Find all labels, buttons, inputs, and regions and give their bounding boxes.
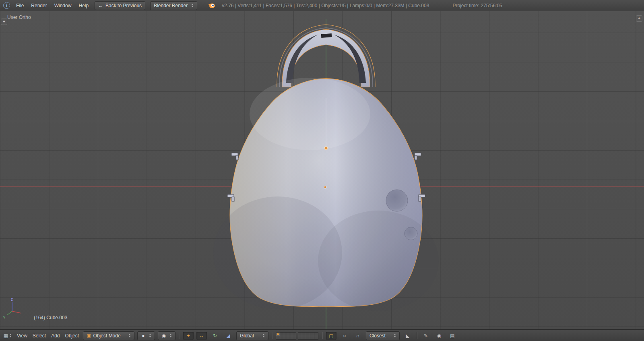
- editor-3d-view-icon: ▦: [4, 333, 8, 339]
- viewport-shading-dropdown[interactable]: ●: [137, 331, 155, 340]
- grease-pencil-button[interactable]: ✎: [421, 332, 431, 340]
- snap-magnet-button[interactable]: ∩: [353, 332, 363, 340]
- mode-dropdown[interactable]: ▣ Object Mode: [83, 331, 134, 340]
- pivot-point-icon: ◉: [161, 333, 165, 339]
- rotate-manipulator-button[interactable]: ↻: [210, 332, 220, 340]
- project-time: Project time: 275:56:05: [452, 3, 502, 8]
- back-to-previous-label: Back to Previous: [105, 3, 142, 8]
- layers-group-2[interactable]: [298, 332, 318, 339]
- chevron-updown-icon: [9, 334, 12, 337]
- mini-axis-gizmo: z y: [3, 297, 21, 319]
- back-arrow-icon: ←: [98, 3, 103, 8]
- opengl-render-anim-button[interactable]: ▤: [447, 332, 458, 340]
- active-object-label: (164) Cube.003: [34, 315, 67, 320]
- manipulator-toggle-button[interactable]: +: [183, 332, 194, 340]
- opengl-render-image-button[interactable]: ◉: [434, 332, 444, 340]
- toolshelf-expand-button[interactable]: +: [1, 19, 7, 25]
- separator: [179, 332, 180, 339]
- shading-sphere-icon: ●: [141, 332, 145, 340]
- editor-type-button[interactable]: ▦: [2, 332, 13, 340]
- back-to-previous-button[interactable]: ← Back to Previous: [95, 1, 145, 10]
- proportional-edit-button[interactable]: ○: [339, 332, 350, 340]
- menu-object[interactable]: Object: [64, 333, 80, 339]
- chevron-updown-icon: [128, 334, 131, 337]
- orientation-value: Global: [240, 333, 254, 339]
- pivot-point-dropdown[interactable]: ◉: [158, 331, 175, 340]
- object-origin-dot: [324, 147, 328, 150]
- layers-group-1[interactable]: [276, 332, 296, 339]
- menu-select[interactable]: Select: [31, 333, 47, 339]
- snap-target-value: Closest: [369, 333, 386, 339]
- viewport-header-bar: ▦ View Select Add Object ▣ Object Mode ●…: [0, 329, 644, 341]
- view-orientation-label: User Ortho: [7, 14, 31, 20]
- layer-cell[interactable]: [292, 336, 296, 340]
- transform-orientation-dropdown[interactable]: Global: [236, 331, 268, 340]
- gizmo-y-label: y: [3, 315, 5, 319]
- separator: [322, 332, 322, 339]
- layer-cell[interactable]: [314, 336, 318, 340]
- blender-window: { "icons": { "info": "i", "back_arrow": …: [0, 0, 644, 341]
- render-engine-dropdown[interactable]: Blender Render: [150, 1, 197, 10]
- menu-add[interactable]: Add: [50, 333, 61, 339]
- menu-file[interactable]: File: [15, 3, 25, 8]
- mode-dropdown-value: Object Mode: [93, 333, 121, 339]
- translate-manipulator-button[interactable]: ↔: [196, 332, 207, 340]
- render-engine-value: Blender Render: [154, 3, 188, 8]
- chevron-updown-icon: [169, 334, 172, 337]
- chevron-updown-icon: [262, 334, 265, 337]
- chevron-updown-icon: [394, 334, 396, 337]
- menu-help[interactable]: Help: [77, 3, 90, 8]
- viewport-3d[interactable]: z y User Ortho (164) Cube.003 + +: [0, 11, 644, 329]
- pivot-dot: [324, 186, 326, 188]
- blender-logo-icon: [208, 2, 215, 9]
- snap-target-dropdown[interactable]: Closest: [366, 331, 400, 340]
- top-info-bar: i File Render Window Help ← Back to Prev…: [0, 0, 644, 11]
- render-preview-lock-button[interactable]: ▢: [326, 332, 336, 340]
- layers-widget[interactable]: [276, 332, 318, 339]
- object-mode-cube-icon: ▣: [87, 333, 91, 338]
- snap-element-button[interactable]: ◣: [402, 332, 413, 340]
- separator: [417, 332, 417, 339]
- gizmo-z-label: z: [11, 297, 13, 302]
- menu-view[interactable]: View: [16, 333, 29, 339]
- menu-window[interactable]: Window: [53, 3, 73, 8]
- chevron-updown-icon: [191, 4, 194, 7]
- scene-statistics: v2.76 | Verts:1,411 | Faces:1,576 | Tris…: [222, 3, 429, 8]
- viewport-scene: z y: [0, 11, 644, 329]
- info-editor-icon[interactable]: i: [3, 2, 10, 9]
- separator: [272, 332, 272, 339]
- chevron-updown-icon: [149, 334, 151, 337]
- menu-render[interactable]: Render: [30, 3, 48, 8]
- scale-manipulator-button[interactable]: ◢: [223, 332, 233, 340]
- properties-expand-button[interactable]: +: [636, 15, 642, 22]
